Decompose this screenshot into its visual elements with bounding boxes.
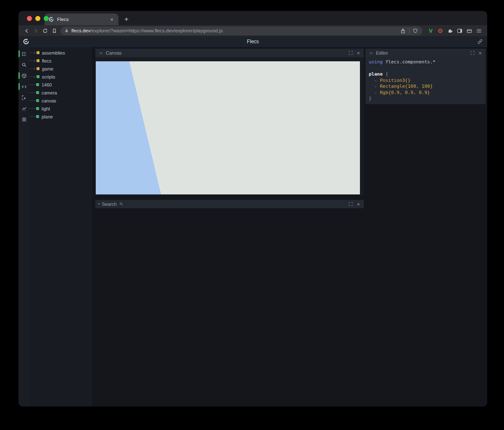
menu-button[interactable] bbox=[474, 26, 484, 35]
panel-title: Search bbox=[102, 202, 117, 207]
window-minimize-button[interactable] bbox=[35, 16, 40, 21]
fullscreen-icon[interactable] bbox=[470, 51, 475, 55]
editor-panel-header: Editor × bbox=[365, 49, 486, 57]
tree-item-assemblies[interactable]: ›assemblies bbox=[29, 49, 92, 57]
cube-icon bbox=[21, 73, 27, 79]
sidebar-item-inspector[interactable] bbox=[18, 92, 29, 103]
bookmark-icon[interactable] bbox=[50, 26, 59, 35]
app-title: Flecs bbox=[18, 39, 487, 45]
urlbar-divider bbox=[409, 28, 410, 34]
tree-item-plane[interactable]: plane bbox=[29, 113, 92, 121]
sidebar-toggle-button[interactable] bbox=[455, 26, 465, 35]
close-icon[interactable]: × bbox=[356, 202, 361, 207]
module-square-icon bbox=[37, 59, 39, 62]
tree-guide-line bbox=[29, 76, 33, 77]
window-close-button[interactable] bbox=[27, 16, 32, 21]
tree-guide-line bbox=[29, 84, 35, 85]
app-header: Flecs bbox=[18, 36, 487, 47]
sidebar-item-canvas[interactable] bbox=[18, 70, 29, 81]
code-line: using flecs.components.* bbox=[369, 59, 482, 66]
browser-tab[interactable]: Flecs × bbox=[45, 13, 118, 25]
traffic-lights bbox=[27, 16, 49, 21]
editor-code[interactable]: using flecs.components.* plane { - Posit… bbox=[365, 57, 486, 104]
share-icon[interactable] bbox=[399, 28, 407, 34]
editor-panel: Editor × using flecs.components.* plane … bbox=[365, 49, 486, 104]
browser-toolbar: flecs.dev/explorer/?wasm=https://www.fle… bbox=[18, 25, 487, 36]
tree-guide-line bbox=[29, 68, 33, 69]
reload-button[interactable] bbox=[40, 26, 50, 35]
expand-chevron-icon[interactable]: › bbox=[34, 74, 35, 79]
sidebar-item-commands[interactable] bbox=[18, 114, 29, 125]
tree-guide-line bbox=[29, 60, 33, 61]
flecs-app: Flecs bbox=[18, 36, 487, 406]
close-icon[interactable]: × bbox=[478, 50, 483, 56]
collapse-chevron-icon[interactable] bbox=[368, 51, 374, 55]
extensions-puzzle-button[interactable] bbox=[445, 26, 455, 35]
flecs-favicon-icon bbox=[48, 16, 54, 22]
expand-chevron-icon[interactable]: › bbox=[34, 58, 35, 63]
tree-item-flecs[interactable]: ›flecs bbox=[29, 57, 92, 65]
window-zoom-button[interactable] bbox=[44, 16, 49, 21]
tree-item-light[interactable]: light bbox=[29, 105, 92, 113]
tree-item-game[interactable]: ›game bbox=[29, 65, 92, 73]
collapse-chevron-icon[interactable] bbox=[98, 51, 104, 55]
tree-guide-line bbox=[29, 92, 35, 93]
tree-item-label: camera bbox=[42, 90, 57, 95]
fullscreen-icon[interactable] bbox=[348, 51, 354, 55]
expand-chevron-icon[interactable]: › bbox=[34, 50, 35, 55]
sidebar-item-stats[interactable] bbox=[18, 103, 29, 114]
canvas-3d-viewport[interactable] bbox=[96, 61, 360, 194]
entity-square-icon bbox=[36, 115, 39, 118]
extension-v-button[interactable]: V bbox=[426, 26, 436, 35]
collapse-dot-icon[interactable]: • bbox=[98, 202, 100, 206]
entity-tree: ›assemblies›flecs›game›scripts1460camera… bbox=[29, 49, 92, 121]
chart-icon bbox=[21, 106, 27, 111]
flecs-logo-icon bbox=[23, 38, 29, 45]
permalink-icon[interactable] bbox=[477, 39, 483, 45]
tree-item-label: canvas bbox=[42, 98, 56, 103]
brave-shield-icon[interactable] bbox=[412, 28, 419, 34]
entity-square-icon bbox=[36, 107, 39, 110]
extension-record-button[interactable] bbox=[436, 26, 445, 35]
tree-item-canvas[interactable]: canvas bbox=[29, 97, 92, 105]
tree-item-label: flecs bbox=[42, 58, 52, 63]
search-icon bbox=[21, 62, 27, 68]
entity-square-icon bbox=[36, 83, 39, 86]
fullscreen-icon[interactable] bbox=[348, 202, 354, 206]
canvas-body bbox=[95, 57, 364, 195]
sidebar-item-editor[interactable] bbox=[18, 81, 29, 92]
browser-window: Flecs × + flecs.dev/explorer/?wasm=https… bbox=[18, 11, 487, 406]
tree-item-label: assemblies bbox=[42, 50, 65, 55]
search-panel-header: • Search × bbox=[95, 200, 364, 208]
code-line: plane { bbox=[369, 71, 482, 78]
tree-item-label: 1460 bbox=[42, 82, 52, 87]
back-button[interactable] bbox=[22, 26, 31, 35]
tree-item-camera[interactable]: camera bbox=[29, 89, 92, 97]
code-icon bbox=[21, 84, 27, 89]
tree-item-label: light bbox=[42, 106, 50, 111]
panel-title: Editor bbox=[376, 50, 388, 55]
url-host: flecs.dev bbox=[71, 28, 90, 33]
code-line: - Rgb{0.9, 0.9, 0.9} bbox=[369, 90, 482, 96]
entity-square-icon bbox=[36, 91, 39, 94]
code-line: } bbox=[369, 96, 482, 102]
forward-button[interactable] bbox=[31, 26, 40, 35]
sidebar-item-entity-tree[interactable] bbox=[18, 48, 29, 59]
canvas-panel-header: Canvas × bbox=[95, 49, 364, 57]
url-bar[interactable]: flecs.dev/explorer/?wasm=https://www.fle… bbox=[60, 26, 423, 35]
close-icon[interactable]: × bbox=[356, 50, 361, 56]
tree-item-label: plane bbox=[42, 114, 53, 119]
tree-item-scripts[interactable]: ›scripts bbox=[29, 73, 92, 81]
tree-item-1460[interactable]: 1460 bbox=[29, 81, 92, 89]
tab-close-icon[interactable]: × bbox=[109, 16, 115, 23]
new-tab-button[interactable]: + bbox=[121, 14, 132, 25]
code-line: - Rectangle{100, 100} bbox=[369, 84, 482, 90]
entity-tree-panel: ›assemblies›flecs›game›scripts1460camera… bbox=[29, 47, 92, 406]
sidebar-item-query[interactable] bbox=[18, 59, 29, 70]
tree-item-label: game bbox=[42, 66, 54, 71]
left-column: Canvas × bbox=[92, 47, 364, 406]
cursor-icon bbox=[21, 95, 27, 100]
expand-chevron-icon[interactable]: › bbox=[34, 66, 35, 71]
wallet-button[interactable] bbox=[465, 26, 474, 35]
tree-guide-line bbox=[29, 52, 33, 53]
